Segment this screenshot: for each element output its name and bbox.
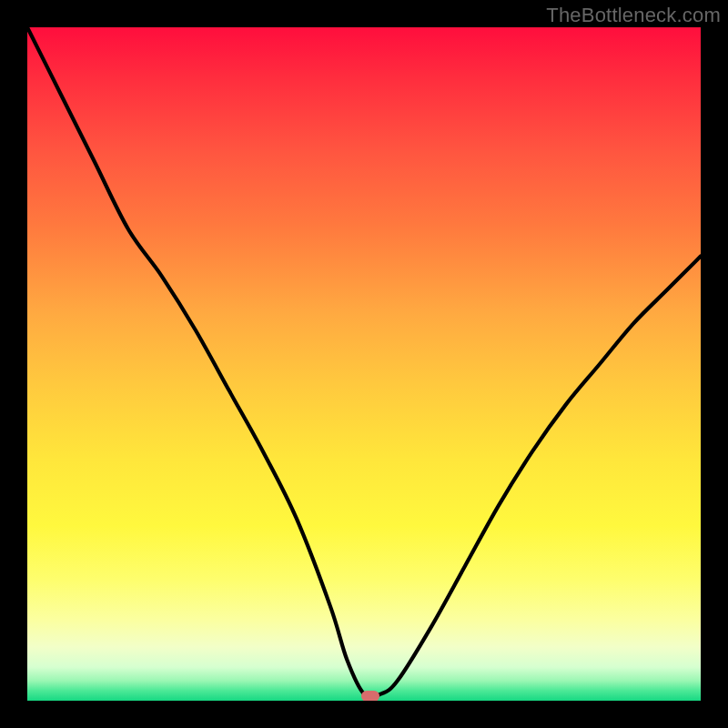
chart-frame: TheBottleneck.com [0, 0, 728, 728]
attribution-text: TheBottleneck.com [546, 4, 721, 27]
bottleneck-curve [27, 27, 701, 701]
optimal-point-marker [361, 691, 379, 701]
plot-area [27, 27, 701, 701]
